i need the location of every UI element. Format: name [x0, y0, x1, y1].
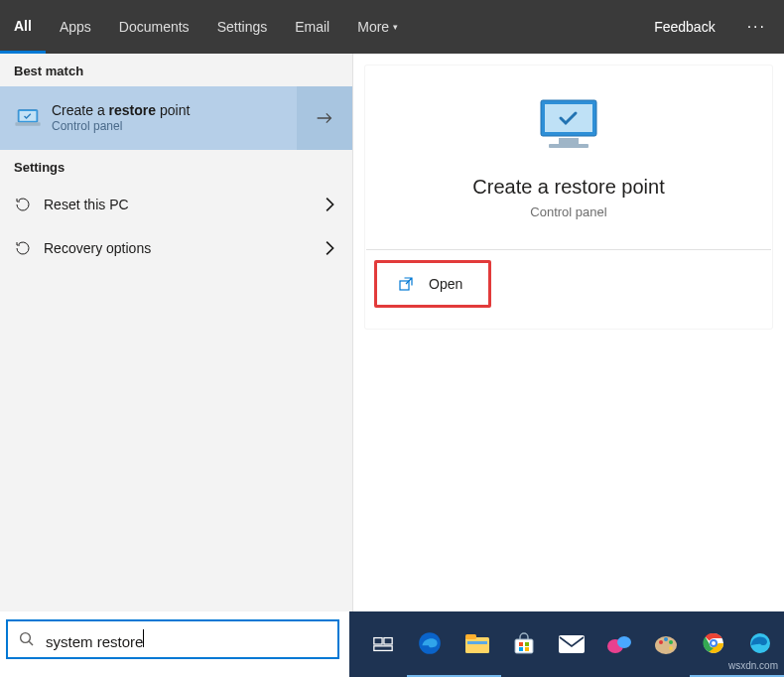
open-label: Open	[429, 276, 462, 292]
search-input[interactable]: system restore	[46, 629, 327, 650]
bm-title-bold: restore	[109, 102, 156, 118]
svg-rect-2	[15, 122, 40, 126]
taskbar-app-pink[interactable]	[595, 611, 643, 677]
taskbar-file-explorer[interactable]	[454, 611, 501, 677]
tab-settings[interactable]: Settings	[203, 0, 282, 54]
taskbar: wsxdn.com	[349, 611, 784, 677]
task-view-button[interactable]	[359, 611, 407, 677]
more-options-button[interactable]: ···	[729, 18, 784, 36]
svg-rect-17	[519, 642, 523, 646]
open-icon	[397, 275, 415, 293]
open-action[interactable]: Open	[374, 260, 491, 308]
watermark: wsxdn.com	[728, 660, 778, 671]
search-box[interactable]: system restore	[6, 619, 339, 659]
laptop-icon	[14, 108, 42, 128]
tab-documents[interactable]: Documents	[105, 0, 203, 54]
svg-rect-9	[374, 638, 382, 644]
divider	[366, 249, 771, 250]
best-match-expand-button[interactable]	[297, 86, 352, 150]
svg-point-31	[712, 641, 716, 645]
svg-point-8	[21, 633, 31, 643]
svg-rect-11	[374, 646, 392, 651]
recovery-icon	[14, 239, 32, 257]
taskbar-paint[interactable]	[642, 611, 690, 677]
taskbar-microsoft-store[interactable]	[501, 611, 549, 677]
svg-rect-20	[525, 647, 529, 651]
tab-more[interactable]: More ▾	[343, 0, 412, 54]
section-best-match: Best match	[0, 54, 352, 86]
setting-reset-this-pc[interactable]: Reset this PC	[0, 183, 352, 226]
svg-rect-6	[549, 144, 588, 148]
detail-subtitle: Control panel	[376, 204, 761, 219]
section-settings: Settings	[0, 150, 352, 183]
chevron-right-icon	[321, 239, 352, 257]
best-match-text: Create a restore point Control panel	[52, 102, 190, 135]
detail-panel: Create a restore point Control panel Ope…	[353, 54, 784, 611]
svg-point-27	[669, 640, 673, 644]
arrow-right-icon	[314, 107, 335, 129]
svg-rect-10	[384, 638, 392, 644]
taskbar-mail[interactable]	[548, 611, 595, 677]
setting-label: Recovery options	[44, 240, 321, 256]
feedback-link[interactable]: Feedback	[640, 19, 728, 35]
tab-email[interactable]: Email	[281, 0, 343, 54]
svg-rect-5	[559, 138, 579, 144]
results-panel: Best match Create a restore point Contro…	[0, 54, 353, 611]
svg-rect-14	[465, 634, 476, 639]
search-icon	[18, 630, 36, 648]
detail-title: Create a restore point	[376, 176, 761, 199]
svg-point-25	[659, 640, 663, 644]
tab-all[interactable]: All	[0, 0, 46, 54]
best-match-row[interactable]: Create a restore point Control panel	[0, 86, 352, 150]
bm-title-pre: Create a	[52, 102, 109, 118]
reset-icon	[14, 196, 32, 213]
bm-subtitle: Control panel	[52, 119, 190, 134]
tab-more-label: More	[357, 19, 389, 35]
svg-rect-19	[519, 647, 523, 651]
svg-point-26	[664, 637, 668, 641]
setting-recovery-options[interactable]: Recovery options	[0, 226, 352, 270]
svg-point-28	[669, 646, 673, 650]
setting-label: Reset this PC	[44, 197, 321, 212]
search-filter-tabs: All Apps Documents Settings Email More ▾…	[0, 0, 784, 54]
svg-rect-13	[465, 637, 489, 653]
svg-rect-16	[515, 639, 533, 653]
svg-rect-15	[467, 641, 487, 644]
search-value: system restore	[46, 633, 143, 650]
monitor-icon	[376, 96, 761, 154]
text-caret	[143, 629, 144, 647]
svg-point-23	[617, 636, 631, 648]
chevron-down-icon: ▾	[393, 22, 398, 32]
taskbar-edge[interactable]	[407, 611, 455, 677]
chevron-right-icon	[321, 196, 352, 213]
tab-apps[interactable]: Apps	[46, 0, 105, 54]
svg-rect-18	[525, 642, 529, 646]
svg-rect-21	[559, 635, 585, 653]
bm-title-post: point	[156, 102, 190, 118]
